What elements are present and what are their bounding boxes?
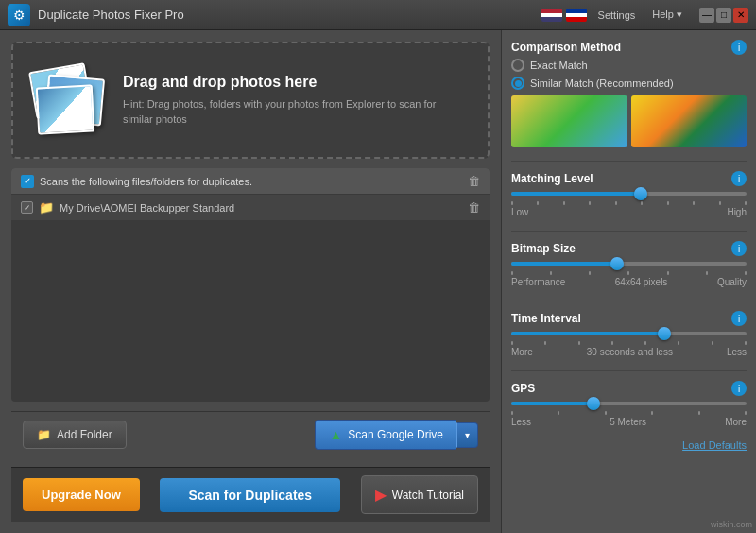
file-delete-icon[interactable]: 🗑	[468, 200, 480, 215]
slider-dot	[563, 201, 565, 205]
time-interval-section: Time Interval i	[511, 311, 747, 357]
matching-level-track[interactable]	[511, 192, 747, 196]
folder-icon: 📁	[39, 200, 54, 215]
matching-level-title: Matching Level	[511, 172, 593, 185]
slider-dot	[605, 411, 607, 415]
scan-drive-dropdown-button[interactable]: ▾	[456, 422, 478, 448]
minimize-button[interactable]: —	[699, 8, 714, 23]
exact-match-radio[interactable]	[511, 59, 524, 72]
google-drive-icon: ▲	[329, 427, 342, 442]
file-list-item: ✓ 📁 My Drive\AOMEI Backupper Standard 🗑	[11, 194, 490, 220]
files-header: ✓ Scans the following files/folders for …	[11, 168, 490, 194]
divider-4	[511, 370, 747, 371]
divider-1	[511, 161, 747, 162]
slider-dot	[745, 341, 747, 345]
header-delete-icon[interactable]: 🗑	[468, 174, 480, 188]
bitmap-size-track[interactable]	[511, 262, 747, 266]
slider-dot	[511, 341, 513, 345]
comparison-info-icon[interactable]: i	[731, 40, 747, 55]
matching-level-info-icon[interactable]: i	[731, 171, 747, 186]
matching-level-high-label: High	[727, 207, 747, 217]
load-defaults-link[interactable]: Load Defaults	[682, 439, 747, 451]
time-interval-thumb[interactable]	[658, 327, 671, 340]
title-bar: ⚙ Duplicate Photos Fixer Pro Settings He…	[0, 0, 756, 30]
slider-dot	[651, 411, 653, 415]
preview-images	[511, 95, 747, 147]
play-icon: ▶	[375, 486, 387, 504]
matching-level-fill	[511, 192, 641, 196]
photo-card-3	[36, 84, 95, 134]
bitmap-size-thumb[interactable]	[610, 257, 624, 270]
divider-2	[511, 231, 747, 232]
slider-dot	[511, 201, 513, 205]
time-interval-fill	[511, 332, 664, 335]
time-interval-center-label: 30 seconds and less	[533, 347, 727, 357]
gps-track[interactable]	[511, 402, 747, 405]
scan-duplicates-button[interactable]: Scan for Duplicates	[160, 478, 340, 512]
gps-right-label: More	[725, 417, 747, 427]
watch-tutorial-button[interactable]: ▶ Watch Tutorial	[361, 475, 478, 514]
similar-match-label: Similar Match (Recommended)	[530, 77, 674, 89]
exact-match-option[interactable]: Exact Match	[511, 59, 747, 72]
similar-match-option[interactable]: Similar Match (Recommended)	[511, 77, 747, 90]
app-title: Duplicate Photos Fixer Pro	[38, 8, 184, 22]
comparison-radio-group: Exact Match Similar Match (Recommended)	[511, 59, 747, 90]
drop-hint: Hint: Drag photos, folders with your pho…	[123, 96, 469, 128]
slider-dot	[537, 201, 539, 205]
close-button[interactable]: ✕	[733, 8, 748, 23]
slider-dot	[641, 201, 643, 205]
time-interval-info-icon[interactable]: i	[731, 311, 747, 326]
settings-button[interactable]: Settings	[593, 8, 642, 23]
header-checkbox[interactable]: ✓	[21, 175, 34, 188]
slider-dot	[511, 411, 513, 415]
matching-level-thumb[interactable]	[634, 187, 647, 200]
gps-title: GPS	[511, 382, 535, 395]
slider-dot	[745, 271, 747, 275]
flag-alt-icon	[566, 9, 587, 22]
comparison-method-title: Comparison Method	[511, 41, 621, 54]
time-interval-track[interactable]	[511, 332, 747, 335]
maximize-button[interactable]: □	[716, 8, 731, 23]
gps-thumb[interactable]	[587, 397, 600, 410]
time-interval-right-label: Less	[727, 347, 747, 357]
watermark: wiskin.com	[711, 520, 752, 529]
slider-dot	[544, 341, 546, 345]
similar-match-radio[interactable]	[511, 77, 524, 90]
slider-dot	[589, 271, 591, 275]
slider-dot	[667, 201, 669, 205]
action-bar: Upgrade Now Scan for Duplicates ▶ Watch …	[11, 467, 490, 522]
slider-dot	[667, 271, 669, 275]
bitmap-size-section: Bitmap Size i Performance	[511, 241, 747, 287]
upgrade-now-button[interactable]: Upgrade Now	[23, 478, 140, 511]
divider-3	[511, 301, 747, 301]
flag-us-icon	[541, 9, 562, 22]
matching-level-low-label: Low	[511, 207, 528, 217]
drop-heading: Drag and drop photos here	[123, 74, 469, 91]
exact-match-label: Exact Match	[530, 60, 588, 71]
bitmap-size-right-label: Quality	[717, 277, 747, 287]
file-checkbox[interactable]: ✓	[21, 201, 33, 214]
slider-dot	[644, 341, 646, 345]
slider-dot	[558, 411, 559, 415]
file-path: My Drive\AOMEI Backupper Standard	[60, 202, 234, 214]
scan-google-drive-button[interactable]: ▲ Scan Google Drive	[315, 420, 456, 450]
drop-zone[interactable]: Drag and drop photos here Hint: Drag pho…	[11, 42, 490, 159]
slider-dot	[745, 201, 747, 205]
left-panel: Drag and drop photos here Hint: Drag pho…	[0, 30, 501, 533]
folder-plus-icon: 📁	[37, 428, 51, 441]
gps-center-label: 5 Meters	[531, 417, 725, 427]
bitmap-size-center-label: 64x64 pixels	[565, 277, 717, 287]
slider-dot	[698, 411, 700, 415]
slider-dot	[712, 341, 713, 345]
slider-dot	[578, 341, 580, 345]
add-folder-button[interactable]: 📁 Add Folder	[23, 421, 127, 449]
right-panel: Comparison Method i Exact Match Similar …	[501, 30, 756, 533]
gps-left-label: Less	[511, 417, 531, 427]
gps-section: GPS i Less 5 Meters	[511, 381, 747, 427]
bitmap-size-info-icon[interactable]: i	[731, 241, 747, 256]
gps-info-icon[interactable]: i	[731, 381, 747, 396]
help-button[interactable]: Help ▾	[646, 7, 688, 23]
slider-dot	[745, 411, 747, 415]
app-icon: ⚙	[8, 4, 30, 26]
files-section: ✓ Scans the following files/folders for …	[11, 168, 490, 402]
